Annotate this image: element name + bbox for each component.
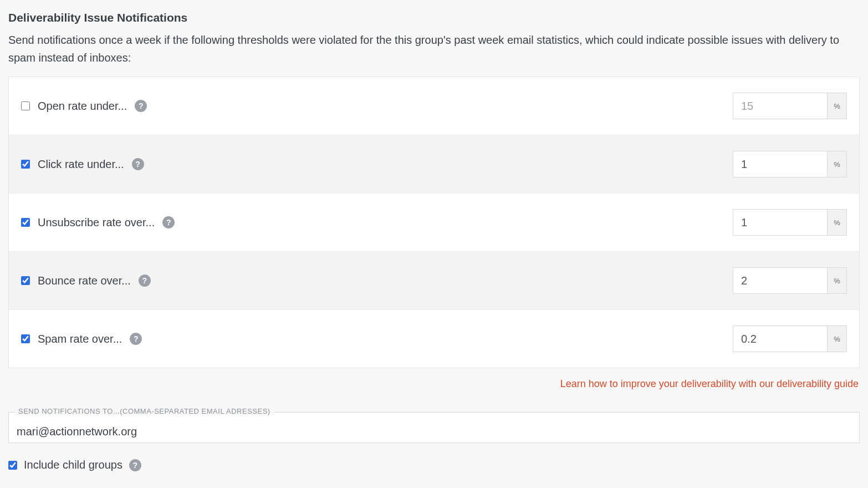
- open-rate-label: Open rate under...: [38, 100, 127, 113]
- notification-email-input[interactable]: [8, 412, 860, 443]
- include-child-groups-label: Include child groups: [24, 459, 122, 471]
- section-description: Send notifications once a week if the fo…: [8, 31, 860, 67]
- unsubscribe-rate-checkbox[interactable]: [21, 218, 30, 227]
- percent-unit: %: [827, 267, 847, 294]
- bounce-rate-label: Bounce rate over...: [38, 274, 131, 287]
- percent-unit: %: [827, 93, 847, 119]
- spam-rate-label: Spam rate over...: [38, 333, 122, 345]
- unsubscribe-rate-value-input[interactable]: [733, 209, 827, 236]
- include-child-groups-checkbox[interactable]: [8, 461, 17, 470]
- threshold-row-open-rate: Open rate under... ? %: [9, 77, 859, 135]
- percent-unit: %: [827, 151, 847, 177]
- unsubscribe-rate-label: Unsubscribe rate over...: [38, 216, 155, 229]
- spam-rate-checkbox[interactable]: [21, 334, 30, 343]
- help-icon[interactable]: ?: [130, 333, 142, 345]
- help-icon[interactable]: ?: [132, 158, 144, 170]
- help-icon[interactable]: ?: [162, 216, 175, 228]
- threshold-row-spam-rate: Spam rate over... ? %: [9, 309, 859, 368]
- click-rate-label: Click rate under...: [38, 158, 124, 171]
- spam-rate-value-input[interactable]: [733, 326, 827, 352]
- help-icon[interactable]: ?: [135, 100, 147, 112]
- percent-unit: %: [827, 209, 847, 236]
- click-rate-value-input[interactable]: [733, 151, 827, 177]
- bounce-rate-value-input[interactable]: [733, 267, 827, 294]
- threshold-row-click-rate: Click rate under... ? %: [9, 135, 859, 193]
- deliverability-guide-link[interactable]: Learn how to improve your deliverability…: [560, 378, 859, 389]
- open-rate-checkbox[interactable]: [21, 101, 30, 110]
- click-rate-checkbox[interactable]: [21, 160, 30, 169]
- notification-email-field-wrap: SEND NOTIFICATIONS TO...(COMMA-SEPARATED…: [8, 412, 860, 443]
- threshold-row-unsubscribe-rate: Unsubscribe rate over... ? %: [9, 193, 859, 251]
- section-title: Deliverability Issue Notifications: [8, 11, 860, 24]
- bounce-rate-checkbox[interactable]: [21, 276, 30, 285]
- help-icon[interactable]: ?: [139, 274, 151, 287]
- threshold-table: Open rate under... ? % Click rate under.…: [8, 77, 860, 368]
- include-child-groups-row: Include child groups ?: [8, 459, 860, 471]
- help-icon[interactable]: ?: [129, 459, 141, 471]
- threshold-row-bounce-rate: Bounce rate over... ? %: [9, 251, 859, 309]
- notification-email-label: SEND NOTIFICATIONS TO...(COMMA-SEPARATED…: [15, 407, 274, 415]
- percent-unit: %: [827, 326, 847, 352]
- open-rate-value-input[interactable]: [733, 93, 827, 119]
